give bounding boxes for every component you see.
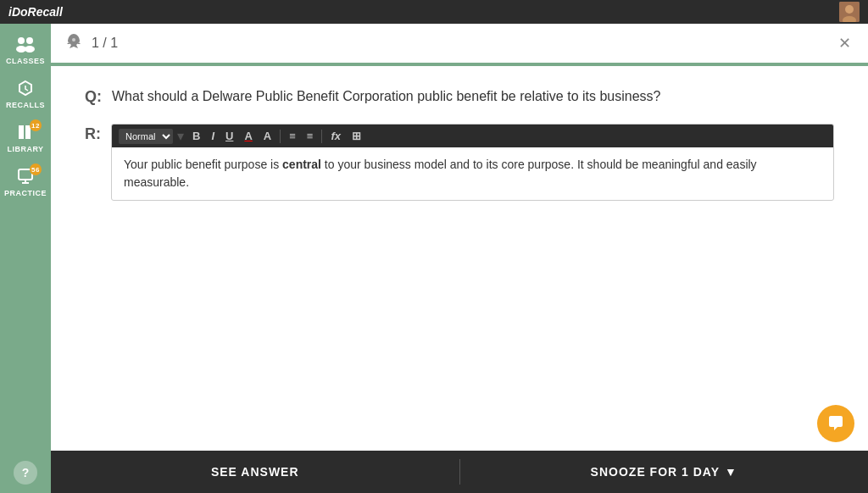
snooze-button[interactable]: SNOOZE FOR 1 DAY ▼ [460,451,869,493]
font-size-button[interactable]: A [259,129,275,143]
svg-point-6 [25,46,35,53]
table-button[interactable]: ⊞ [348,129,365,143]
format-select[interactable]: Normal [119,129,173,144]
top-bar: iDoRecall [0,0,868,24]
progress-header: 1 / 1 ✕ [51,24,868,63]
card-area: Q: What should a Delware Public Benefit … [51,66,868,451]
sidebar-item-library[interactable]: 12 LIBRARY [0,116,51,160]
question-label: Q: [85,86,102,106]
answer-text-bold: central [282,158,321,171]
answer-row: R: Normal ▾ B I U A A ≡ [85,124,834,201]
recalls-icon [16,79,35,99]
svg-point-4 [26,37,33,44]
answer-label: R: [85,124,101,143]
bold-button[interactable]: B [188,129,204,143]
font-color-button[interactable]: A [240,129,256,143]
user-avatar[interactable] [839,2,860,22]
app-logo: iDoRecall [8,5,63,19]
answer-editor: Normal ▾ B I U A A ≡ ≡ fx ⊞ [111,124,834,201]
rocket-icon [64,32,83,55]
formula-button[interactable]: fx [326,129,345,143]
practice-label: PRACTICE [4,189,47,197]
toolbar-divider-2 [321,130,322,143]
svg-rect-7 [19,125,24,139]
toolbar-divider-1 [280,130,281,143]
library-label: LIBRARY [7,145,43,153]
help-button[interactable]: ? [14,461,37,485]
main-layout: CLASSES RECALLS 12 LIBRARY [0,24,868,493]
underline-button[interactable]: U [221,129,237,143]
sidebar-item-recalls[interactable]: RECALLS [0,72,51,116]
content-area: 1 / 1 ✕ Q: What should a Delware Public … [51,24,868,493]
progress-count: 1 / 1 [92,36,118,51]
sidebar-item-classes[interactable]: CLASSES [0,28,51,72]
editor-toolbar: Normal ▾ B I U A A ≡ ≡ fx ⊞ [112,125,833,147]
snooze-chevron-icon: ▼ [725,465,737,479]
classes-label: CLASSES [6,57,45,65]
chat-icon [826,414,845,433]
library-icon: 12 [16,123,35,143]
svg-point-1 [845,5,854,14]
chat-bubble-button[interactable] [817,405,854,442]
sidebar: CLASSES RECALLS 12 LIBRARY [0,24,51,493]
answer-text-prefix: Your public benefit purpose is [124,158,282,171]
list-button[interactable]: ≡ [285,129,300,143]
see-answer-button[interactable]: SEE ANSWER [51,451,459,493]
library-badge: 12 [30,119,42,131]
bottom-bar: SEE ANSWER SNOOZE FOR 1 DAY ▼ [51,451,868,493]
people-icon [14,35,36,55]
svg-point-3 [18,37,25,44]
recalls-label: RECALLS [6,101,45,109]
snooze-label: SNOOZE FOR 1 DAY [591,465,720,479]
italic-button[interactable]: I [207,129,219,143]
sidebar-help: ? [14,461,37,485]
editor-content[interactable]: Your public benefit purpose is central t… [112,147,833,200]
question-row: Q: What should a Delware Public Benefit … [85,86,834,107]
svg-point-12 [72,38,75,42]
ordered-list-button[interactable]: ≡ [303,129,318,143]
practice-icon: 56 [16,167,35,187]
close-button[interactable]: ✕ [835,30,854,56]
sidebar-item-practice[interactable]: 56 PRACTICE [0,160,51,204]
question-text: What should a Delware Public Benefit Cor… [112,86,660,107]
practice-badge: 56 [30,163,42,175]
